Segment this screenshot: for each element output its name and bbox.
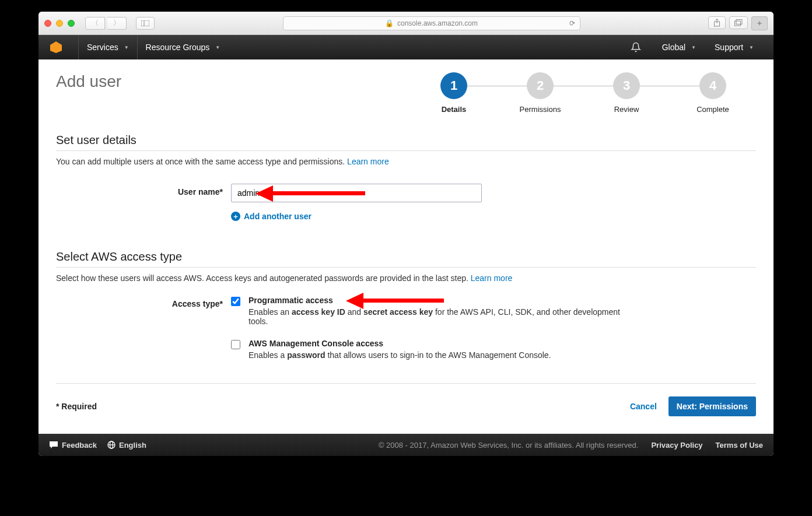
nav-buttons: 〈 〉 — [85, 17, 127, 30]
address-bar[interactable]: 🔒 console.aws.amazon.com ⟳ — [283, 16, 580, 30]
set-user-details-subtext: You can add multiple users at once with … — [56, 157, 756, 166]
console-access-checkbox[interactable] — [231, 340, 240, 349]
aws-logo-icon[interactable] — [50, 41, 62, 53]
maximize-window-icon[interactable] — [68, 20, 75, 27]
forward-button[interactable]: 〉 — [107, 17, 127, 30]
learn-more-link-2[interactable]: Learn more — [471, 273, 513, 283]
svg-rect-5 — [736, 19, 742, 24]
aws-footer: Feedback English © 2008 - 2017, Amazon W… — [38, 434, 774, 456]
programmatic-access-checkbox[interactable] — [231, 297, 240, 306]
back-button[interactable]: 〈 — [85, 17, 105, 30]
new-tab-button[interactable]: ＋ — [751, 16, 768, 30]
close-window-icon[interactable] — [44, 20, 51, 27]
cancel-button[interactable]: Cancel — [630, 402, 657, 411]
region-menu[interactable]: Global — [654, 43, 704, 52]
set-user-details-heading: Set user details — [56, 134, 756, 151]
browser-window: 〈 〉 🔒 console.aws.amazon.com ⟳ — [38, 12, 774, 456]
add-another-user-button[interactable]: ＋ Add another user — [231, 212, 482, 221]
speech-bubble-icon — [49, 441, 58, 449]
svg-rect-4 — [735, 21, 741, 26]
learn-more-link[interactable]: Learn more — [347, 157, 389, 166]
access-type-label: Access type* — [56, 296, 231, 360]
required-note: * Required — [56, 402, 97, 411]
step-details[interactable]: 1 Details — [411, 72, 497, 114]
username-input[interactable] — [231, 184, 482, 202]
url-text: console.aws.amazon.com — [397, 19, 478, 27]
feedback-button[interactable]: Feedback — [49, 441, 97, 450]
step-review[interactable]: 3 Review — [583, 72, 670, 114]
copyright-text: © 2008 - 2017, Amazon Web Services, Inc.… — [379, 441, 639, 450]
plus-circle-icon: ＋ — [231, 212, 240, 221]
notifications-icon[interactable] — [631, 42, 641, 52]
globe-icon — [107, 441, 116, 449]
step-complete[interactable]: 4 Complete — [670, 72, 756, 114]
terms-of-use-link[interactable]: Terms of Use — [716, 441, 763, 450]
support-menu[interactable]: Support — [706, 43, 762, 52]
programmatic-access-title: Programmatic access — [249, 296, 628, 305]
console-access-desc: Enables a password that allows users to … — [249, 350, 551, 360]
browser-titlebar: 〈 〉 🔒 console.aws.amazon.com ⟳ — [38, 12, 774, 35]
username-label: User name* — [56, 184, 231, 221]
console-access-title: AWS Management Console access — [249, 339, 551, 348]
lock-icon: 🔒 — [385, 19, 394, 27]
reload-icon[interactable]: ⟳ — [569, 19, 575, 27]
share-button[interactable] — [708, 16, 726, 29]
step-permissions[interactable]: 2 Permissions — [497, 72, 583, 114]
sidebar-toggle-button[interactable] — [136, 17, 155, 30]
language-button[interactable]: English — [107, 441, 146, 450]
svg-rect-0 — [141, 20, 149, 26]
aws-nav-bar: Services Resource Groups Global Support — [38, 35, 774, 59]
window-controls — [44, 20, 75, 27]
programmatic-access-desc: Enables an access key ID and secret acce… — [249, 307, 628, 326]
next-permissions-button[interactable]: Next: Permissions — [668, 396, 756, 416]
minimize-window-icon[interactable] — [56, 20, 63, 27]
services-menu[interactable]: Services — [78, 35, 137, 59]
access-type-heading: Select AWS access type — [56, 250, 756, 268]
page-title: Add user — [56, 72, 121, 91]
wizard-steps: 1 Details 2 Permissions 3 Review — [411, 72, 756, 114]
resource-groups-menu[interactable]: Resource Groups — [137, 35, 229, 59]
access-type-subtext: Select how these users will access AWS. … — [56, 273, 756, 283]
tabs-button[interactable] — [729, 16, 748, 29]
privacy-policy-link[interactable]: Privacy Policy — [651, 441, 702, 450]
